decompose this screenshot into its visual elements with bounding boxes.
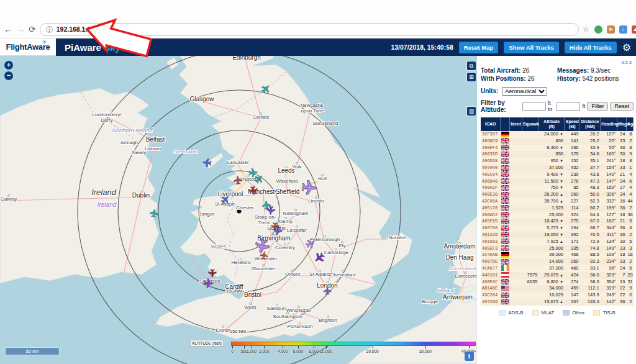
- icao-cell: 407299: [481, 299, 501, 306]
- browser-tabstrip: [0, 0, 636, 20]
- page-info-icon[interactable]: i: [46, 26, 53, 33]
- address-bar[interactable]: i 192.168.1.165:8080: [40, 23, 579, 36]
- mlat-swatch: [532, 310, 539, 316]
- altitude-tick-label: 0: [231, 349, 234, 353]
- cell: 452: [565, 165, 580, 171]
- aircraft-row[interactable]: 405F8518,425 ▼27567.0162°215: [481, 218, 634, 225]
- aircraft-row[interactable]: 4068C980014125.220°332: [481, 138, 634, 145]
- aircraft-row[interactable]: 40684811,500 ▼27647.3147°346: [481, 178, 634, 185]
- map-canvas[interactable]: 100 NM150 NMGlasgowEdinburghNewcastleupo…: [0, 56, 477, 364]
- icao-cell: 401229: [481, 232, 501, 239]
- zoom-in-button[interactable]: +: [4, 61, 13, 70]
- map-info-button[interactable]: i: [465, 352, 474, 361]
- settings-gear-icon[interactable]: ⚙: [622, 42, 631, 53]
- aircraft-row[interactable]: 43C28410,025147143.9249°220: [481, 292, 634, 299]
- aircraft-row[interactable]: 440181757529,075 ▲42496.0329°720: [481, 272, 634, 279]
- aircraft-row[interactable]: 406D98950 ▼15235.1241°188: [481, 158, 634, 165]
- bookmark-star-icon[interactable]: ☆: [583, 25, 589, 34]
- cell: 37,000: [538, 265, 565, 272]
- cell: 44: [626, 198, 633, 205]
- zoom-out-button[interactable]: −: [4, 71, 13, 80]
- cell: 5: [626, 265, 633, 272]
- hide-all-tracks-button[interactable]: Hide All Tracks: [565, 42, 617, 53]
- cell: 112.1: [580, 285, 601, 292]
- cell: 147: [565, 292, 580, 299]
- extension-icons: ➤↓▲: [594, 25, 636, 34]
- altitude-min-input[interactable]: [522, 102, 546, 111]
- column-header-heading[interactable]: Heading: [601, 117, 617, 131]
- column-header-distance[interactable]: Distance (NM): [580, 117, 601, 131]
- cell: 2: [626, 138, 633, 145]
- back-icon[interactable]: ←: [4, 24, 12, 34]
- column-header-flag[interactable]: [501, 117, 510, 131]
- aircraft-row[interactable]: 4051781,52511460.2199°362: [481, 205, 634, 212]
- aircraft-row[interactable]: 4007885,725 ▼19468.7344°364: [481, 225, 634, 232]
- skyview-header: ✈ FlightAware PiAwareSkyview 13/07/2018,…: [0, 39, 636, 56]
- column-header-ident[interactable]: Ident: [510, 117, 522, 131]
- cell: [522, 265, 538, 272]
- forward-icon[interactable]: →: [16, 24, 25, 34]
- cell: 24,000 ▼: [538, 131, 565, 138]
- download-extension-icon[interactable]: ↓: [619, 25, 627, 34]
- grid-icon[interactable]: ⊞: [466, 72, 476, 82]
- cell: 344°: [601, 225, 617, 232]
- cell: 449: [565, 131, 580, 138]
- column-header-squawk[interactable]: Squawk: [522, 117, 538, 131]
- cell: [510, 178, 522, 185]
- flag-icon: [501, 212, 510, 219]
- column-header-speed[interactable]: Speed (kt): [565, 117, 580, 131]
- cell: 60.2: [580, 205, 601, 212]
- aircraft-row[interactable]: 40122919,050 ▼39270.5311°362: [481, 232, 634, 239]
- column-header-icao[interactable]: ICAO: [481, 117, 501, 131]
- overview-map-icon[interactable]: ⧉: [466, 61, 476, 71]
- icao-cell: 400788: [481, 225, 501, 232]
- column-header-altitude[interactable]: Altitude (ft): [538, 117, 565, 131]
- city-label: Belfast: [146, 136, 165, 143]
- flag-icon: [501, 165, 510, 171]
- reload-icon[interactable]: ⟳: [29, 24, 36, 34]
- cell: 127°: [601, 131, 617, 138]
- column-header-age[interactable]: Age: [626, 117, 633, 131]
- flightaware-logo[interactable]: ✈ FlightAware: [0, 39, 56, 56]
- flag-icon: [501, 151, 510, 158]
- reset-map-button[interactable]: Reset Map: [459, 42, 499, 53]
- city-label: Brugge: [422, 299, 438, 304]
- aircraft-row[interactable]: 405C049,400 ▼23943.6149°214: [481, 171, 634, 178]
- cell: 64.6: [580, 212, 601, 219]
- aircraft-row[interactable]: 4CA67737,00046093.196°245: [481, 265, 634, 272]
- aircraft-row[interactable]: AB148E34,000459112.1319°229: [481, 285, 634, 292]
- aircraft-row[interactable]: 400AD225,00032464.6127°1836: [481, 212, 634, 219]
- aircraft-row[interactable]: 400A1F750 ▼8548.3159°274: [481, 184, 634, 191]
- icao-cell: 43C06A: [481, 198, 501, 205]
- aircraft-row[interactable]: 40635D85012534.6160°309: [481, 151, 634, 158]
- icao-cell: 400A1F: [481, 184, 501, 191]
- aircraft-row[interactable]: 400E8C66358,800 ▼27498.9354°1931: [481, 279, 634, 286]
- units-select[interactable]: Aeronautical: [502, 87, 547, 96]
- cell: [510, 198, 522, 205]
- city-label: Londonderry/: [92, 112, 122, 117]
- altitude-max-input[interactable]: [556, 102, 580, 111]
- red-extension-icon[interactable]: ▲: [632, 25, 636, 34]
- aircraft-row[interactable]: 4007DE14,00026092.3234°332: [481, 258, 634, 265]
- show-all-tracks-button[interactable]: Show All Tracks: [504, 42, 559, 53]
- aircraft-row[interactable]: 43C06A35,700 ▲22752.3332°1644: [481, 198, 634, 205]
- aircraft-row[interactable]: 40704037,00045237.7154°331: [481, 165, 634, 171]
- filter-button[interactable]: Filter: [587, 102, 608, 111]
- aircraft-row[interactable]: 4010837,925 ▲17172.9134°305: [481, 239, 634, 245]
- aircraft-row[interactable]: 400E3826,200 ▲26050.0326°344: [481, 191, 634, 198]
- aircraft-row[interactable]: 405EF325,00033574.8149°333: [481, 245, 634, 252]
- altitude-tick-label: 30,000: [419, 349, 432, 353]
- column-toggle-icon[interactable]: ▥: [466, 106, 476, 116]
- aircraft-table-header[interactable]: ICAOIdentSquawkAltitude (ft)Speed (kt)Di…: [481, 117, 634, 131]
- aircraft-row[interactable]: 3C4AAB39,00046888.5109°1816: [481, 252, 634, 258]
- aircraft-row[interactable]: 40729915,675 ▲267145.4142°362: [481, 299, 634, 306]
- orange-extension-icon[interactable]: ➤: [607, 25, 615, 34]
- version-link[interactable]: 3.5.3: [621, 60, 632, 65]
- aircraft-row[interactable]: 3CF30724,000 ▼44920.2127°248: [481, 131, 634, 138]
- cell: 16: [617, 198, 627, 205]
- cell: 9: [626, 285, 633, 292]
- green-extension-icon[interactable]: [594, 25, 602, 34]
- reset-button[interactable]: Reset: [610, 102, 634, 111]
- aircraft-row[interactable]: 405EF48,400 ▼28633.955°368: [481, 145, 634, 152]
- column-header-msgs[interactable]: Msgs: [617, 117, 627, 131]
